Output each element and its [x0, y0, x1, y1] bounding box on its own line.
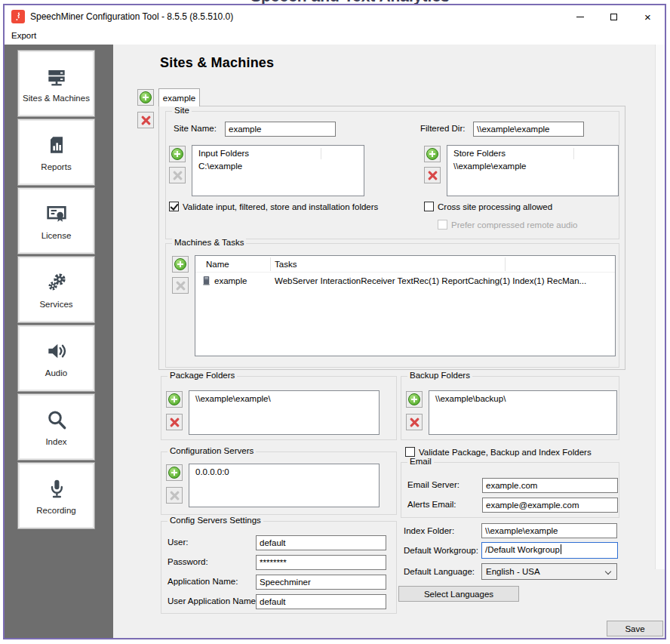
add-backup-folder-button[interactable]	[406, 391, 423, 408]
site-groupbox-legend: Site	[172, 106, 192, 115]
tab-label: example	[163, 94, 195, 103]
add-site-tab-button[interactable]	[137, 89, 154, 106]
menubar: Export	[5, 28, 665, 45]
scroll-gutter	[655, 45, 665, 569]
machines-tasks-legend: Machines & Tasks	[172, 238, 246, 247]
alerts-email-input[interactable]	[482, 498, 618, 513]
sidebar-item-sites-machines[interactable]: Sites & Machines	[18, 51, 94, 116]
filtered-dir-input[interactable]	[473, 122, 584, 137]
checkbox-label: Prefer compressed remote audio	[451, 220, 577, 230]
filtered-dir-label: Filtered Dir:	[420, 124, 465, 133]
email-server-input[interactable]	[482, 478, 618, 493]
config-servers-settings-groupbox: Config Servers Settings User: Password: …	[161, 521, 397, 614]
sidebar-item-recording[interactable]: Recording	[18, 463, 94, 528]
user-label: User:	[168, 538, 188, 547]
machines-table: Name Tasks	[195, 255, 616, 356]
package-folder-item[interactable]: \\example\example\	[189, 391, 379, 405]
sidebar-item-audio[interactable]: Audio	[18, 325, 94, 391]
validate-folders-checkbox[interactable]: Validate input, filtered, store and inst…	[169, 202, 378, 211]
index-folder-label: Index Folder:	[404, 526, 454, 535]
add-config-server-button[interactable]	[166, 464, 183, 481]
application-name-input[interactable]	[256, 575, 386, 590]
add-icon	[174, 258, 186, 270]
window-title: SpeechMiner Configuration Tool - 8.5.5 (…	[30, 11, 233, 22]
chevron-down-icon	[605, 569, 611, 575]
close-icon: ×	[644, 11, 651, 23]
package-folders-groupbox: Package Folders \\example\example\	[161, 376, 397, 440]
cross-site-checkbox[interactable]: Cross site processing allowed	[424, 202, 552, 211]
config-servers-list: 0.0.0.0:0	[189, 464, 380, 507]
sidebar-item-label: Audio	[45, 368, 67, 377]
add-input-folder-button[interactable]	[169, 146, 186, 162]
default-language-select[interactable]: English - USA	[481, 563, 617, 580]
remove-machine-button	[172, 277, 189, 294]
machine-icon	[201, 276, 211, 287]
backup-folder-item[interactable]: \\example\backup\	[429, 391, 616, 405]
user-application-name-input[interactable]	[256, 594, 386, 609]
minimize-button[interactable]	[563, 5, 597, 28]
add-icon	[168, 467, 180, 479]
checkbox-checked-icon	[169, 202, 179, 211]
machine-name: example	[214, 276, 247, 285]
remove-package-folder-button[interactable]	[166, 414, 183, 430]
add-icon	[426, 148, 438, 160]
tab-example[interactable]: example	[158, 88, 200, 106]
column-divider	[270, 257, 271, 271]
report-chart-icon	[45, 133, 69, 160]
package-folders-legend: Package Folders	[168, 371, 237, 380]
maximize-icon	[610, 14, 617, 20]
checkbox-label: Cross site processing allowed	[438, 202, 552, 211]
column-divider	[321, 148, 321, 159]
add-store-folder-button[interactable]	[424, 146, 441, 162]
checkbox-unchecked-icon	[405, 447, 415, 457]
delete-icon-disabled	[172, 170, 183, 181]
validate-package-checkbox[interactable]: Validate Package, Backup and Index Folde…	[405, 447, 592, 457]
checkbox-unchecked-icon	[438, 220, 447, 230]
store-folders-header: Store Folders	[447, 146, 618, 160]
save-button[interactable]: Save	[607, 621, 663, 636]
add-icon	[171, 148, 183, 160]
text-cursor	[561, 544, 561, 554]
remove-store-folder-button[interactable]	[424, 167, 441, 183]
add-icon	[140, 91, 152, 103]
configuration-servers-groupbox: Configuration Servers 0.0.0.0:0	[161, 451, 397, 515]
index-folder-input[interactable]	[481, 523, 617, 538]
add-package-folder-button[interactable]	[166, 391, 183, 408]
app-window: SpeechMiner Configuration Tool - 8.5.5 (…	[3, 4, 666, 639]
add-machine-button[interactable]	[172, 256, 189, 273]
menu-export[interactable]: Export	[5, 29, 43, 42]
store-folder-item[interactable]: \\example\example	[447, 160, 618, 172]
sidebar-item-reports[interactable]: Reports	[18, 119, 94, 185]
password-input[interactable]	[256, 555, 386, 570]
package-folders-list: \\example\example\	[189, 390, 380, 435]
maximize-button[interactable]	[597, 5, 631, 28]
application-name-label: Application Name:	[168, 577, 238, 586]
sidebar-item-license[interactable]: License	[18, 188, 94, 254]
selected-language: English - USA	[486, 567, 540, 576]
machine-row[interactable]: example WebServer InteractionReceiver Te…	[195, 273, 615, 289]
user-application-name-label: User Application Name:	[168, 596, 258, 605]
machines-table-header: Name Tasks	[195, 256, 615, 273]
select-languages-button[interactable]: Select Languages	[398, 586, 519, 602]
close-button[interactable]: ×	[631, 5, 665, 28]
remove-backup-folder-button[interactable]	[406, 414, 423, 430]
input-folder-item[interactable]: C:\example	[192, 160, 364, 172]
input-folders-list: Input Folders C:\example	[192, 145, 364, 196]
user-input[interactable]	[256, 535, 386, 550]
site-tab-page: Site Site Name: Filtered Dir: Input Fold…	[158, 106, 625, 370]
backup-folders-legend: Backup Folders	[407, 371, 472, 380]
default-workgroup-label: Default Workgroup:	[404, 546, 478, 555]
prefer-compressed-checkbox: Prefer compressed remote audio	[438, 220, 577, 230]
sidebar-item-services[interactable]: Services	[18, 257, 94, 322]
sidebar-item-index[interactable]: Index	[18, 394, 94, 460]
config-server-item[interactable]: 0.0.0.0:0	[189, 464, 379, 478]
email-legend: Email	[407, 457, 434, 466]
default-workgroup-input[interactable]: /Default Workgroup	[481, 542, 618, 559]
microphone-icon	[45, 476, 69, 504]
site-name-label: Site Name:	[174, 124, 217, 133]
remove-input-folder-button	[169, 167, 186, 183]
sidebar-item-label: Reports	[41, 162, 71, 171]
backup-folders-list: \\example\backup\	[429, 390, 617, 435]
remove-site-tab-button[interactable]	[137, 112, 154, 128]
site-name-input[interactable]	[225, 122, 336, 137]
